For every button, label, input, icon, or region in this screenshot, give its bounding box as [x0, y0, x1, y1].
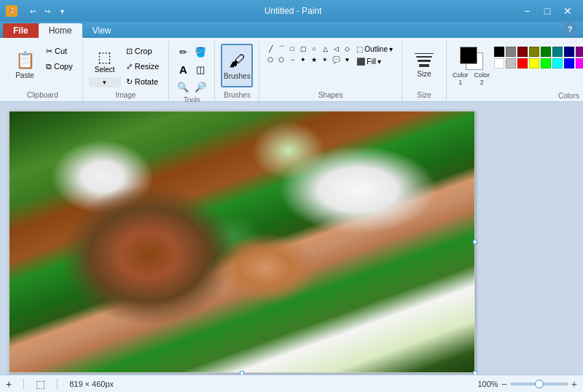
color-swatch-r2-c3[interactable] [517, 58, 528, 68]
cut-button[interactable]: ✂ Cut [42, 44, 77, 58]
star5-shape[interactable]: ★ [309, 55, 319, 65]
new-canvas-icon[interactable]: + [6, 378, 12, 390]
color-swatch-r2-c1[interactable] [494, 58, 504, 68]
rect-shape[interactable]: □ [287, 44, 297, 54]
color-swatch-r1-c1[interactable] [494, 47, 504, 57]
canvas-area [0, 102, 583, 375]
diamond-shape[interactable]: ◇ [342, 44, 352, 54]
crop-button[interactable]: ⊡ Crop [122, 44, 163, 58]
resize-handle-bm[interactable] [240, 371, 244, 375]
color-swatch-r1-c3[interactable] [517, 47, 528, 57]
color-swatch-r1-c5[interactable] [541, 47, 551, 57]
select-button[interactable]: ⬚ Select ▾ [89, 44, 121, 87]
canvas-thumbnail-icon[interactable]: ⬚ [36, 378, 45, 390]
select-dropdown[interactable]: ▾ [89, 77, 121, 87]
line-shape[interactable]: ╱ [265, 44, 275, 54]
image-col: ⊡ Crop ⤢ Resize ↻ Rotate [122, 44, 163, 89]
color-swatch-r1-c4[interactable] [529, 47, 539, 57]
canvas-image[interactable] [9, 111, 475, 373]
clipboard-content: 📋 Paste ✂ Cut ⧉ Copy [9, 41, 77, 90]
fill-icon: ⬛ [356, 58, 365, 66]
tab-home[interactable]: Home [39, 23, 82, 38]
rotate-button[interactable]: ↻ Rotate [122, 74, 163, 89]
undo-quick-btn[interactable]: ↩ [26, 4, 39, 17]
arrow-shape[interactable]: → [287, 55, 297, 65]
close-button[interactable]: ✕ [558, 4, 577, 18]
magnifier-button[interactable]: 🔎 [192, 79, 208, 95]
color-swatch-r2-c7[interactable] [564, 58, 574, 68]
hexagon-shape[interactable]: ⬡ [276, 55, 286, 65]
brushes-button[interactable]: 🖌 Brushes [221, 44, 253, 87]
fill-button[interactable]: 🪣 [192, 44, 208, 60]
clipboard-label: Clipboard [9, 90, 77, 101]
resize-handle-br[interactable] [473, 371, 477, 375]
help-button[interactable]: ? [563, 22, 577, 36]
zoom-out-button[interactable]: − [501, 378, 507, 390]
image-label: Image [89, 90, 163, 101]
bubble-shape[interactable]: 💬 [331, 55, 341, 65]
outline-icon: ⬚ [356, 45, 363, 53]
colors-group: Color 1 Color 2 🎨 Editcolors [447, 41, 583, 101]
color-swatch-r2-c6[interactable] [552, 58, 563, 68]
size-label: Size [417, 70, 431, 78]
color1-swatch[interactable] [460, 47, 477, 64]
text-button[interactable]: A [175, 61, 191, 77]
outline-button[interactable]: ⬚ Outline ▾ [353, 44, 396, 55]
roundrect-shape[interactable]: ▢ [298, 44, 308, 54]
select-label: Select [95, 66, 115, 74]
brushes-group-label: Brushes [221, 90, 253, 101]
ellipse-shape[interactable]: ○ [309, 44, 319, 54]
heart-shape[interactable]: ♥ [342, 55, 352, 65]
image-group: ⬚ Select ▾ ⊡ Crop ⤢ Resize ↻ Rotate [83, 41, 170, 101]
redo-quick-btn[interactable]: ↪ [41, 4, 54, 17]
color-swatch-r1-c7[interactable] [564, 47, 574, 57]
copy-button[interactable]: ⧉ Copy [42, 59, 77, 74]
maximize-button[interactable]: □ [538, 4, 557, 18]
tab-view[interactable]: View [82, 23, 122, 38]
color2-num: 2 [480, 79, 484, 87]
color-swatch-r2-c2[interactable] [506, 58, 516, 68]
pentagon-shape[interactable]: ⬠ [265, 55, 275, 65]
quick-access-more-btn[interactable]: ▾ [55, 4, 69, 17]
size-line-3 [418, 60, 431, 62]
cut-label: Cut [55, 47, 67, 55]
size-button[interactable]: Size [408, 44, 440, 87]
dimensions-text: 819 × 460px [69, 380, 114, 388]
color-swatch-r2-c8[interactable] [576, 58, 583, 68]
main-content [0, 102, 583, 375]
crop-icon: ⊡ [126, 47, 133, 56]
color-swatch-r2-c5[interactable] [541, 58, 551, 68]
zoom-slider[interactable] [510, 383, 568, 385]
select-icon: ⬚ [98, 48, 111, 66]
color-swatch-r1-c8[interactable] [576, 47, 583, 57]
size-line-1 [415, 53, 434, 54]
rotate-label: Rotate [135, 77, 158, 86]
star6-shape[interactable]: ✶ [320, 55, 330, 65]
color-swatch-r1-c2[interactable] [506, 47, 516, 57]
color-stack [460, 47, 483, 70]
star4-shape[interactable]: ✦ [298, 55, 308, 65]
tab-file[interactable]: File [3, 23, 39, 38]
minimize-button[interactable]: − [517, 4, 536, 18]
eyedropper-button[interactable]: 🔍 [175, 79, 191, 95]
curve-shape[interactable]: ⌒ [276, 44, 286, 54]
canvas-wrapper [9, 111, 475, 373]
eraser-button[interactable]: ◫ [192, 61, 208, 77]
pencil-button[interactable]: ✏ [175, 44, 191, 60]
rtriangle-shape[interactable]: ◁ [331, 44, 341, 54]
ribbon-tabs: File Home View ? [0, 22, 583, 38]
color-swatch-r1-c6[interactable] [552, 47, 563, 57]
color1-num: 1 [458, 79, 462, 87]
copy-label: Copy [54, 62, 73, 71]
brushes-group: 🖌 Brushes Brushes [215, 41, 259, 101]
resize-handle-rm[interactable] [473, 240, 477, 244]
resize-icon: ⤢ [126, 62, 133, 71]
color-swatch-r2-c4[interactable] [529, 58, 539, 68]
fill-button-shapes[interactable]: ⬛ Fill ▾ [353, 56, 396, 67]
triangle-shape[interactable]: △ [320, 44, 330, 54]
resize-button[interactable]: ⤢ Resize [122, 59, 163, 74]
zoom-slider-thumb[interactable] [535, 380, 544, 388]
select-btn-top[interactable]: ⬚ Select [89, 44, 121, 77]
zoom-in-button[interactable]: + [571, 378, 577, 390]
paste-button[interactable]: 📋 Paste [9, 44, 41, 87]
